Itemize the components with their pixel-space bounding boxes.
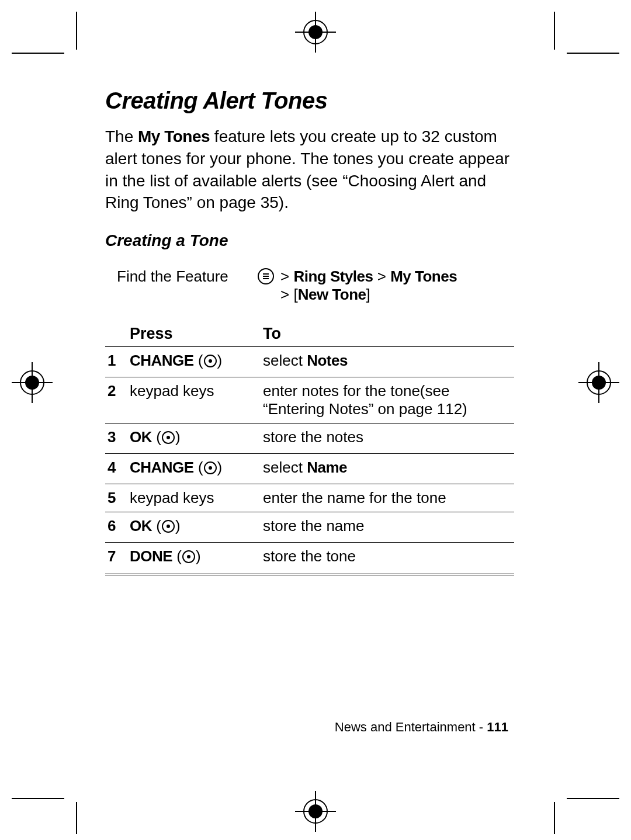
- step-to: enter notes for the tone(see “Entering N…: [261, 377, 514, 424]
- registration-mark-icon: [295, 791, 336, 834]
- to-text: select: [263, 459, 307, 476]
- press-key-label: CHANGE: [130, 459, 194, 476]
- footer-page-number: 111: [487, 720, 508, 734]
- crop-mark: [554, 12, 555, 50]
- to-bold: Name: [307, 459, 347, 476]
- crop-mark: [567, 798, 619, 799]
- select-key-icon: [161, 431, 175, 449]
- menu-path-text: ]: [366, 286, 370, 303]
- to-text: store the notes: [263, 428, 363, 446]
- step-press: CHANGE (): [127, 454, 261, 484]
- footer-section: News and Entertainment -: [335, 720, 487, 734]
- intro-paragraph: The My Tones feature lets you create up …: [105, 126, 514, 214]
- menu-path-item: Ring Styles: [293, 268, 373, 285]
- select-key-icon: [182, 550, 196, 568]
- press-plain: keypad keys: [130, 382, 214, 400]
- to-text: store the name: [263, 517, 364, 534]
- table-row: 6 OK () store the name: [105, 512, 514, 543]
- step-number: 6: [105, 512, 127, 543]
- registration-mark-icon: [295, 12, 336, 55]
- press-key-label: DONE: [130, 547, 172, 565]
- step-number: 4: [105, 454, 127, 484]
- subsection-title: Creating a Tone: [105, 231, 514, 250]
- to-text: enter notes for the tone(see “Entering N…: [263, 382, 467, 418]
- press-key-label: CHANGE: [130, 352, 194, 369]
- press-plain: keypad keys: [130, 489, 214, 506]
- steps-table: Press To 1 CHANGE () select Notes: [105, 321, 514, 575]
- menu-path: > Ring Styles > My Tones > [New Tone]: [257, 268, 514, 304]
- crop-mark: [76, 12, 77, 50]
- to-text: store the tone: [263, 547, 356, 565]
- table-row: 7 DONE () store the tone: [105, 543, 514, 575]
- intro-feature-name: My Tones: [138, 127, 210, 145]
- step-to: select Name: [261, 454, 514, 484]
- to-text: select: [263, 352, 307, 369]
- to-bold: Notes: [307, 352, 348, 369]
- step-to: select Notes: [261, 347, 514, 377]
- svg-point-29: [187, 555, 190, 558]
- step-press: OK (): [127, 512, 261, 543]
- svg-point-23: [167, 436, 170, 439]
- table-row: 5 keypad keys enter the name for the ton…: [105, 484, 514, 512]
- step-number: 3: [105, 424, 127, 454]
- section-title: Creating Alert Tones: [105, 88, 514, 114]
- step-number: 5: [105, 484, 127, 512]
- select-key-icon: [203, 461, 217, 479]
- press-key-label: OK: [130, 428, 152, 446]
- table-row: 4 CHANGE () select Name: [105, 454, 514, 484]
- table-row: 2 keypad keys enter notes for the tone(s…: [105, 377, 514, 424]
- crop-mark: [76, 802, 77, 834]
- table-header-to: To: [261, 321, 514, 347]
- menu-path-item: My Tones: [390, 268, 457, 285]
- find-the-feature-label: Find the Feature: [117, 268, 257, 286]
- step-number: 1: [105, 347, 127, 377]
- svg-point-21: [209, 359, 212, 363]
- step-number: 2: [105, 377, 127, 424]
- crop-mark: [567, 53, 619, 54]
- menu-path-item: New Tone: [298, 286, 366, 303]
- svg-point-27: [167, 525, 170, 528]
- menu-path-text: >: [280, 286, 293, 303]
- step-press: keypad keys: [127, 484, 261, 512]
- menu-key-icon: [257, 268, 275, 304]
- step-press: OK (): [127, 424, 261, 454]
- menu-path-text: [: [293, 286, 297, 303]
- menu-path-text: >: [373, 268, 391, 285]
- step-to: store the name: [261, 512, 514, 543]
- step-to: store the tone: [261, 543, 514, 575]
- crop-mark: [554, 802, 555, 834]
- select-key-icon: [203, 354, 217, 372]
- find-the-feature-row: Find the Feature > Ring Styles > My Tone…: [105, 268, 514, 304]
- select-key-icon: [161, 519, 175, 537]
- page-footer: News and Entertainment - 111: [0, 720, 631, 735]
- registration-mark-icon: [578, 362, 619, 405]
- step-press: CHANGE (): [127, 347, 261, 377]
- step-press: keypad keys: [127, 377, 261, 424]
- intro-text: The: [105, 127, 138, 145]
- table-row: 1 CHANGE () select Notes: [105, 347, 514, 377]
- table-header-press: Press: [127, 321, 261, 347]
- step-press: DONE (): [127, 543, 261, 575]
- menu-path-text: >: [280, 268, 293, 285]
- page-content: Creating Alert Tones The My Tones featur…: [105, 88, 514, 575]
- step-to: store the notes: [261, 424, 514, 454]
- press-key-label: OK: [130, 517, 152, 534]
- table-row: 3 OK () store the notes: [105, 424, 514, 454]
- crop-mark: [12, 53, 64, 54]
- document-page: { "header": { "title": "Creating Alert T…: [0, 0, 631, 840]
- to-text: enter the name for the tone: [263, 489, 446, 506]
- step-to: enter the name for the tone: [261, 484, 514, 512]
- step-number: 7: [105, 543, 127, 575]
- crop-mark: [12, 798, 64, 799]
- svg-point-25: [209, 466, 212, 470]
- registration-mark-icon: [12, 362, 53, 405]
